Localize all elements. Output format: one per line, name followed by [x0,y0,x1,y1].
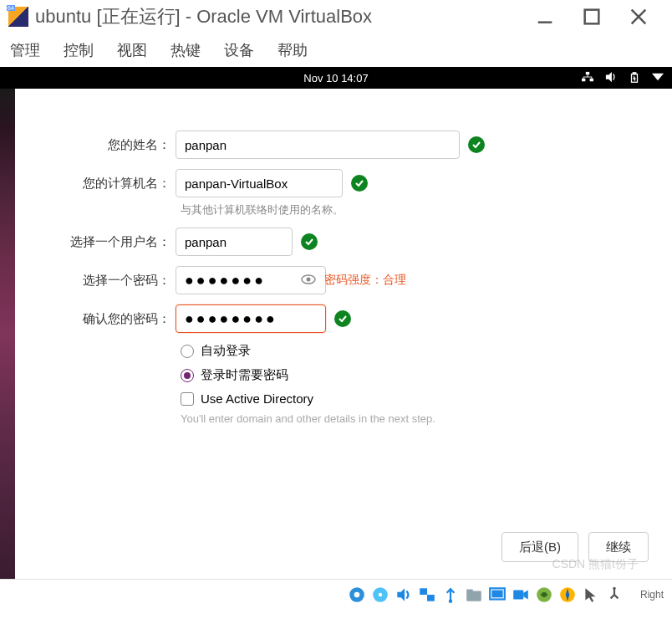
svg-point-18 [354,591,360,597]
menu-manage[interactable]: 管理 [10,40,40,60]
menu-control[interactable]: 控制 [64,40,94,60]
svg-rect-27 [466,589,473,591]
recording-icon[interactable] [512,586,530,604]
computer-input[interactable] [176,169,343,197]
radio-auto-login[interactable]: 自动登录 [181,343,639,359]
username-valid-icon [301,233,318,250]
name-label: 您的姓名： [33,137,176,153]
svg-rect-6 [586,71,589,74]
computer-valid-icon [351,175,368,192]
audio-icon[interactable] [395,586,413,604]
checkbox-active-directory[interactable]: Use Active Directory [181,391,639,406]
processor-icon[interactable] [558,586,577,604]
require-password-label: 登录时需要密码 [201,367,288,383]
usb-icon[interactable] [441,586,460,604]
battery-icon[interactable] [629,72,640,84]
show-password-icon[interactable] [301,273,316,288]
menu-view[interactable]: 视图 [117,40,147,60]
confirm-label: 确认您的密码： [33,311,176,327]
name-valid-icon [468,136,485,153]
dropdown-icon[interactable] [652,71,664,85]
radio-icon-selected [181,369,194,382]
harddisk-icon[interactable] [348,586,366,604]
svg-marker-31 [523,590,528,599]
checkbox-icon [181,392,194,406]
network-adapter-icon[interactable] [418,586,436,604]
vm-statusbar: Right [0,579,672,609]
shared-folder-icon[interactable] [465,586,483,604]
menu-hotkey[interactable]: 热键 [171,40,201,60]
volume-icon[interactable] [605,71,617,85]
computer-hint: 与其他计算机联络时使用的名称。 [181,202,639,217]
svg-rect-30 [513,590,523,599]
network-icon[interactable] [582,71,593,85]
guest-additions-icon[interactable] [535,586,553,604]
name-input[interactable] [176,130,460,159]
window-title: ubuntu [正在运行] - Oracle VM VirtualBox [35,4,537,29]
username-input[interactable] [176,228,293,256]
svg-rect-29 [491,590,502,597]
window-titlebar: ubuntu [正在运行] - Oracle VM VirtualBox [0,0,672,33]
menu-help[interactable]: 帮助 [277,40,308,60]
svg-marker-35 [585,588,595,602]
guest-datetime: Nov 10 14:07 [303,72,368,84]
svg-rect-1 [585,10,599,24]
svg-rect-5 [590,78,593,81]
guest-content: 您的姓名： 您的计算机名： 与其他计算机联络时使用的名称。 选择一个用户名： 选… [0,89,672,579]
svg-marker-14 [652,73,664,79]
svg-rect-4 [582,78,585,81]
maximize-button[interactable] [583,8,600,25]
display-icon[interactable] [488,586,507,604]
username-label: 选择一个用户名： [33,234,176,250]
minimize-button[interactable] [537,8,553,25]
svg-marker-11 [606,71,612,81]
menu-devices[interactable]: 设备 [224,40,254,60]
continue-button[interactable]: 继续 [588,532,649,562]
svg-rect-22 [420,588,427,595]
host-key-label: Right [640,589,664,601]
svg-rect-13 [633,73,636,74]
password-label: 选择一个密码： [33,273,176,289]
confirm-valid-icon [334,310,351,327]
svg-rect-26 [466,591,481,601]
radio-require-password[interactable]: 登录时需要密码 [181,367,639,383]
svg-rect-23 [427,595,435,601]
svg-point-36 [613,586,615,589]
svg-point-16 [307,278,311,282]
svg-marker-21 [397,588,405,601]
menubar: 管理 控制 视图 热键 设备 帮助 [0,33,672,67]
radio-icon [181,345,194,358]
left-sidebar-strip [0,89,15,579]
virtualbox-icon [8,7,28,27]
ad-hint: You'll enter domain and other details in… [181,412,639,425]
computer-label: 您的计算机名： [33,176,176,192]
optical-icon[interactable] [371,586,389,604]
close-button[interactable] [630,8,647,25]
ad-label: Use Active Directory [201,391,313,406]
keyboard-icon[interactable] [605,586,624,604]
mouse-integration-icon[interactable] [582,586,600,604]
back-button[interactable]: 后退(B) [501,532,578,562]
svg-point-20 [379,592,382,596]
confirm-input[interactable] [176,304,326,333]
auto-login-label: 自动登录 [201,343,251,359]
guest-topbar: Nov 10 14:07 [0,67,672,89]
password-strength-label: 密码强度：合理 [324,273,406,288]
